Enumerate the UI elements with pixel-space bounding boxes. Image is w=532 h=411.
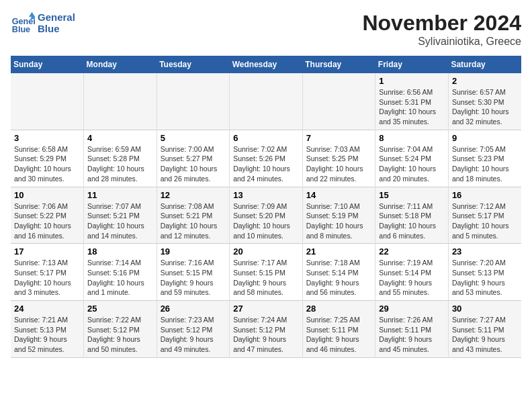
- day-number: 11: [87, 190, 153, 200]
- calendar-cell: 26Sunrise: 7:23 AM Sunset: 5:12 PM Dayli…: [157, 301, 230, 358]
- calendar-cell: 18Sunrise: 7:14 AM Sunset: 5:16 PM Dayli…: [84, 244, 157, 301]
- calendar-cell: 19Sunrise: 7:16 AM Sunset: 5:15 PM Dayli…: [157, 244, 230, 301]
- calendar-cell: 10Sunrise: 7:06 AM Sunset: 5:22 PM Dayli…: [11, 187, 84, 244]
- day-number: 10: [14, 190, 80, 200]
- day-info: Sunrise: 7:16 AM Sunset: 5:15 PM Dayligh…: [161, 258, 226, 298]
- calendar-cell: 13Sunrise: 7:09 AM Sunset: 5:20 PM Dayli…: [230, 187, 303, 244]
- day-number: 5: [161, 133, 226, 143]
- day-info: Sunrise: 7:02 AM Sunset: 5:26 PM Dayligh…: [233, 144, 299, 184]
- day-number: 12: [161, 190, 226, 200]
- calendar-cell: 4Sunrise: 6:59 AM Sunset: 5:28 PM Daylig…: [84, 130, 157, 187]
- calendar-cell: 15Sunrise: 7:11 AM Sunset: 5:18 PM Dayli…: [375, 187, 449, 244]
- calendar-cell: 7Sunrise: 7:03 AM Sunset: 5:25 PM Daylig…: [302, 130, 375, 187]
- day-info: Sunrise: 7:21 AM Sunset: 5:13 PM Dayligh…: [14, 315, 80, 355]
- calendar-week-row: 10Sunrise: 7:06 AM Sunset: 5:22 PM Dayli…: [11, 187, 521, 244]
- day-info: Sunrise: 7:12 AM Sunset: 5:17 PM Dayligh…: [452, 201, 518, 241]
- calendar-cell: 25Sunrise: 7:22 AM Sunset: 5:12 PM Dayli…: [84, 301, 157, 358]
- day-number: 18: [87, 246, 153, 257]
- title-area: November 2024 Sylivainiotika, Greece: [362, 11, 521, 48]
- day-number: 15: [379, 190, 445, 200]
- calendar-cell: 11Sunrise: 7:07 AM Sunset: 5:21 PM Dayli…: [84, 187, 157, 244]
- day-info: Sunrise: 6:59 AM Sunset: 5:28 PM Dayligh…: [87, 144, 153, 184]
- day-info: Sunrise: 7:13 AM Sunset: 5:17 PM Dayligh…: [14, 258, 80, 298]
- day-number: 19: [161, 246, 226, 257]
- calendar-table: SundayMondayTuesdayWednesdayThursdayFrid…: [11, 56, 521, 358]
- day-number: 6: [233, 133, 299, 143]
- day-info: Sunrise: 7:11 AM Sunset: 5:18 PM Dayligh…: [379, 201, 445, 241]
- calendar-week-row: 1Sunrise: 6:56 AM Sunset: 5:31 PM Daylig…: [11, 73, 521, 130]
- day-number: 22: [379, 246, 445, 257]
- logo-icon: General Blue: [11, 11, 35, 35]
- day-number: 1: [379, 76, 445, 86]
- day-number: 29: [379, 304, 445, 314]
- page-header: General Blue General Blue November 2024 …: [11, 11, 521, 48]
- calendar-cell: [157, 73, 230, 130]
- day-number: 4: [87, 133, 153, 143]
- calendar-cell: 21Sunrise: 7:18 AM Sunset: 5:14 PM Dayli…: [302, 244, 375, 301]
- day-info: Sunrise: 7:08 AM Sunset: 5:21 PM Dayligh…: [161, 201, 226, 241]
- calendar-cell: [230, 73, 303, 130]
- calendar-cell: 12Sunrise: 7:08 AM Sunset: 5:21 PM Dayli…: [157, 187, 230, 244]
- day-info: Sunrise: 7:22 AM Sunset: 5:12 PM Dayligh…: [87, 315, 153, 355]
- calendar-cell: 1Sunrise: 6:56 AM Sunset: 5:31 PM Daylig…: [375, 73, 449, 130]
- calendar-cell: [302, 73, 375, 130]
- day-info: Sunrise: 6:56 AM Sunset: 5:31 PM Dayligh…: [379, 87, 445, 127]
- calendar-week-row: 17Sunrise: 7:13 AM Sunset: 5:17 PM Dayli…: [11, 244, 521, 301]
- day-info: Sunrise: 7:25 AM Sunset: 5:11 PM Dayligh…: [306, 315, 372, 355]
- column-header-tuesday: Tuesday: [157, 56, 230, 73]
- day-info: Sunrise: 7:18 AM Sunset: 5:14 PM Dayligh…: [306, 258, 372, 298]
- day-number: 30: [452, 304, 518, 314]
- day-number: 9: [452, 133, 518, 143]
- day-info: Sunrise: 7:09 AM Sunset: 5:20 PM Dayligh…: [233, 201, 299, 241]
- day-info: Sunrise: 7:19 AM Sunset: 5:14 PM Dayligh…: [379, 258, 445, 298]
- day-number: 20: [233, 246, 299, 257]
- day-info: Sunrise: 7:03 AM Sunset: 5:25 PM Dayligh…: [306, 144, 372, 184]
- day-info: Sunrise: 7:20 AM Sunset: 5:13 PM Dayligh…: [452, 258, 518, 298]
- day-number: 17: [14, 246, 80, 257]
- calendar-cell: 3Sunrise: 6:58 AM Sunset: 5:29 PM Daylig…: [11, 130, 84, 187]
- svg-text:Blue: Blue: [12, 25, 30, 34]
- day-info: Sunrise: 7:07 AM Sunset: 5:21 PM Dayligh…: [87, 201, 153, 241]
- calendar-cell: 14Sunrise: 7:10 AM Sunset: 5:19 PM Dayli…: [302, 187, 375, 244]
- calendar-cell: [84, 73, 157, 130]
- calendar-cell: 6Sunrise: 7:02 AM Sunset: 5:26 PM Daylig…: [230, 130, 303, 187]
- day-info: Sunrise: 7:27 AM Sunset: 5:11 PM Dayligh…: [452, 315, 518, 355]
- calendar-cell: 17Sunrise: 7:13 AM Sunset: 5:17 PM Dayli…: [11, 244, 84, 301]
- column-header-saturday: Saturday: [448, 56, 521, 73]
- calendar-cell: 20Sunrise: 7:17 AM Sunset: 5:15 PM Dayli…: [230, 244, 303, 301]
- day-number: 8: [379, 133, 445, 143]
- calendar-cell: 2Sunrise: 6:57 AM Sunset: 5:30 PM Daylig…: [448, 73, 521, 130]
- column-header-friday: Friday: [375, 56, 449, 73]
- logo-line2: Blue: [38, 23, 75, 34]
- day-number: 13: [233, 190, 299, 200]
- logo-line1: General: [38, 11, 75, 23]
- calendar-cell: 22Sunrise: 7:19 AM Sunset: 5:14 PM Dayli…: [375, 244, 449, 301]
- day-info: Sunrise: 7:23 AM Sunset: 5:12 PM Dayligh…: [161, 315, 226, 355]
- column-header-thursday: Thursday: [302, 56, 375, 73]
- day-number: 14: [306, 190, 372, 200]
- day-info: Sunrise: 7:06 AM Sunset: 5:22 PM Dayligh…: [14, 201, 80, 241]
- day-number: 16: [452, 190, 518, 200]
- calendar-week-row: 24Sunrise: 7:21 AM Sunset: 5:13 PM Dayli…: [11, 301, 521, 358]
- calendar-cell: 29Sunrise: 7:26 AM Sunset: 5:11 PM Dayli…: [375, 301, 449, 358]
- day-number: 27: [233, 304, 299, 314]
- calendar-cell: 28Sunrise: 7:25 AM Sunset: 5:11 PM Dayli…: [302, 301, 375, 358]
- day-info: Sunrise: 7:00 AM Sunset: 5:27 PM Dayligh…: [161, 144, 226, 184]
- calendar-week-row: 3Sunrise: 6:58 AM Sunset: 5:29 PM Daylig…: [11, 130, 521, 187]
- calendar-cell: 8Sunrise: 7:04 AM Sunset: 5:24 PM Daylig…: [375, 130, 449, 187]
- day-info: Sunrise: 6:57 AM Sunset: 5:30 PM Dayligh…: [452, 87, 518, 127]
- month-title: November 2024: [362, 11, 521, 36]
- calendar-header-row: SundayMondayTuesdayWednesdayThursdayFrid…: [11, 56, 521, 73]
- calendar-cell: 23Sunrise: 7:20 AM Sunset: 5:13 PM Dayli…: [448, 244, 521, 301]
- calendar-cell: 9Sunrise: 7:05 AM Sunset: 5:23 PM Daylig…: [448, 130, 521, 187]
- day-number: 24: [14, 304, 80, 314]
- day-number: 21: [306, 246, 372, 257]
- day-number: 25: [87, 304, 153, 314]
- day-info: Sunrise: 7:26 AM Sunset: 5:11 PM Dayligh…: [379, 315, 445, 355]
- column-header-wednesday: Wednesday: [230, 56, 303, 73]
- location-subtitle: Sylivainiotika, Greece: [362, 36, 521, 48]
- calendar-cell: 5Sunrise: 7:00 AM Sunset: 5:27 PM Daylig…: [157, 130, 230, 187]
- calendar-cell: [11, 73, 84, 130]
- day-info: Sunrise: 7:05 AM Sunset: 5:23 PM Dayligh…: [452, 144, 518, 184]
- day-info: Sunrise: 7:14 AM Sunset: 5:16 PM Dayligh…: [87, 258, 153, 298]
